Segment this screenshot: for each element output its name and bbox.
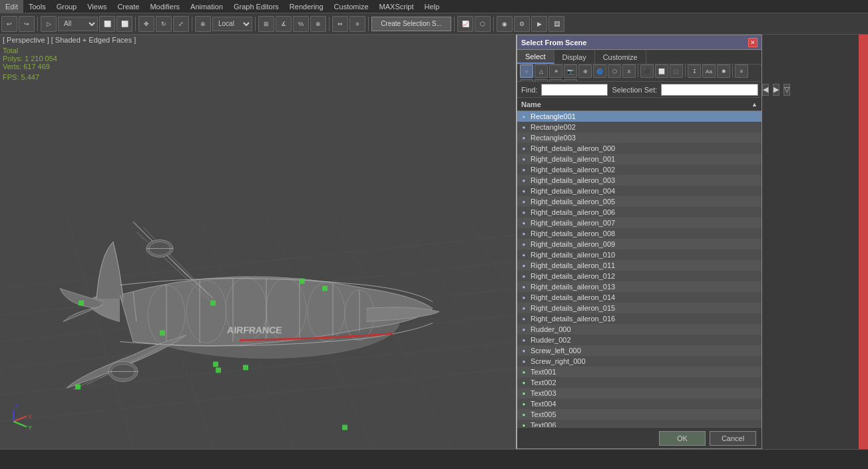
- dlg-list-types-btn[interactable]: ≡: [735, 65, 748, 78]
- list-item-icon: ●: [520, 219, 528, 227]
- list-item-icon: ●: [520, 304, 528, 312]
- sep6: [368, 17, 369, 31]
- menu-edit[interactable]: Edit: [0, 0, 23, 13]
- menu-graph-editors[interactable]: Graph Editors: [228, 0, 284, 13]
- schematic-btn[interactable]: ⬡: [475, 16, 491, 32]
- list-item[interactable]: ●Rectangle001: [517, 111, 761, 122]
- list-item[interactable]: ●Screw_left_000: [517, 345, 761, 356]
- menu-customize[interactable]: Customize: [329, 0, 374, 13]
- find-prev-btn[interactable]: ◀: [762, 84, 769, 96]
- list-item[interactable]: ●Right_details_aileron_011: [517, 260, 761, 271]
- scale-btn[interactable]: ⤢: [173, 16, 189, 32]
- list-item[interactable]: ●Right_details_aileron_004: [517, 186, 761, 196]
- list-item[interactable]: ●Text003: [517, 388, 761, 398]
- dlg-lights-btn[interactable]: ☀: [549, 65, 562, 78]
- list-item[interactable]: ●Rectangle003: [517, 132, 761, 143]
- snap-btn[interactable]: ⊞: [258, 16, 274, 32]
- list-item[interactable]: ●Screw_right_000: [517, 356, 761, 367]
- dlg-use-wildcard-btn[interactable]: ✱: [717, 65, 730, 78]
- render-btn[interactable]: ▶: [531, 16, 547, 32]
- percent-snap-btn[interactable]: %: [293, 16, 309, 32]
- list-item[interactable]: ●Right_details_aileron_001: [517, 154, 761, 164]
- curve-editor-btn[interactable]: 📈: [457, 16, 473, 32]
- dlg-case-sensitive-btn[interactable]: Aa: [702, 65, 716, 78]
- list-item[interactable]: ●Right_details_aileron_008: [517, 228, 761, 239]
- list-item[interactable]: ●Right_details_aileron_007: [517, 218, 761, 228]
- list-item[interactable]: ●Rudder_002: [517, 335, 761, 345]
- dlg-sel-none-btn[interactable]: ⬜: [655, 65, 668, 78]
- select-btn[interactable]: ▷: [41, 16, 57, 32]
- find-input[interactable]: [541, 84, 608, 96]
- undo-btn[interactable]: ↩: [1, 16, 17, 32]
- list-item[interactable]: ●Text005: [517, 409, 761, 420]
- list-item[interactable]: ●Right_details_aileron_014: [517, 292, 761, 303]
- dlg-groups-btn[interactable]: ⬡: [608, 65, 621, 78]
- render-setup-btn[interactable]: ⚙: [514, 16, 530, 32]
- tab-select[interactable]: Select: [517, 50, 554, 64]
- align-btn[interactable]: ≡: [349, 16, 365, 32]
- dlg-shapes-btn[interactable]: △: [535, 65, 548, 78]
- material-btn[interactable]: ◉: [497, 16, 513, 32]
- list-item[interactable]: ●Rectangle002: [517, 122, 761, 132]
- list-item[interactable]: ●Rudder_000: [517, 324, 761, 335]
- dlg-sel-all-btn[interactable]: ⬛: [640, 65, 654, 78]
- tab-display[interactable]: Display: [554, 50, 595, 64]
- ok-button[interactable]: OK: [659, 431, 706, 446]
- list-item[interactable]: ●Right_details_aileron_003: [517, 175, 761, 186]
- list-item-name: Right_details_aileron_001: [531, 155, 759, 163]
- list-item[interactable]: ●Right_details_aileron_010: [517, 249, 761, 260]
- list-item[interactable]: ●Text001: [517, 367, 761, 377]
- dlg-sel-invert-btn[interactable]: ⬚: [670, 65, 683, 78]
- dlg-xrefs-btn[interactable]: X: [622, 65, 636, 78]
- dlg-helpers-btn[interactable]: ⊕: [578, 65, 592, 78]
- list-item[interactable]: ●Right_details_aileron_006: [517, 207, 761, 218]
- menu-help[interactable]: Help: [419, 0, 445, 13]
- tab-customize[interactable]: Customize: [595, 50, 646, 64]
- menu-maxscript[interactable]: MAXScript: [374, 0, 419, 13]
- menu-tools[interactable]: Tools: [23, 0, 51, 13]
- dlg-geometry-btn[interactable]: ○: [520, 65, 533, 78]
- rotate-btn[interactable]: ↻: [156, 16, 172, 32]
- list-item[interactable]: ●Right_details_aileron_009: [517, 239, 761, 249]
- object-list[interactable]: ●Rectangle001●Rectangle002●Rectangle003●…: [517, 111, 761, 427]
- find-options-btn[interactable]: ▽: [783, 84, 790, 96]
- dialog-close-button[interactable]: ✕: [748, 38, 758, 47]
- list-item[interactable]: ●Text006: [517, 420, 761, 427]
- dlg-spacewarps-btn[interactable]: 🌀: [593, 65, 606, 78]
- list-item[interactable]: ●Right_details_aileron_013: [517, 281, 761, 292]
- menu-create[interactable]: Create: [112, 0, 144, 13]
- list-item[interactable]: ●Right_details_aileron_012: [517, 271, 761, 281]
- list-item[interactable]: ●Text002: [517, 377, 761, 388]
- create-selection-btn[interactable]: Create Selection S...: [371, 17, 451, 31]
- list-item[interactable]: ●Right_details_aileron_002: [517, 164, 761, 175]
- selection-set-input[interactable]: [661, 84, 758, 96]
- menu-rendering[interactable]: Rendering: [284, 0, 329, 13]
- redo-btn[interactable]: ↪: [19, 16, 35, 32]
- menu-views[interactable]: Views: [82, 0, 112, 13]
- filter-dropdown[interactable]: All: [58, 17, 98, 31]
- dlg-cameras-btn[interactable]: 📷: [564, 65, 577, 78]
- viewport-3d[interactable]: AIRFRANCE X Y Z: [0, 35, 516, 449]
- move-btn[interactable]: ✥: [138, 16, 154, 32]
- list-item[interactable]: ●Right_details_aileron_000: [517, 143, 761, 154]
- cancel-button[interactable]: Cancel: [710, 431, 756, 446]
- select-region-btn[interactable]: ⬜: [99, 16, 115, 32]
- list-item[interactable]: ●Text004: [517, 398, 761, 409]
- menu-group[interactable]: Group: [51, 0, 83, 13]
- spinner-snap-btn[interactable]: ⊕: [310, 16, 326, 32]
- window-crossing-btn[interactable]: ⬜: [116, 16, 132, 32]
- angle-snap-btn[interactable]: ∡: [276, 16, 292, 32]
- select-center-btn[interactable]: ⊕: [195, 16, 211, 32]
- dlg-display-subtree-btn[interactable]: ↧: [688, 65, 701, 78]
- list-item[interactable]: ●Right_details_aileron_016: [517, 313, 761, 324]
- list-item[interactable]: ●Right_details_aileron_015: [517, 303, 761, 313]
- list-header-sort-arrow[interactable]: ▲: [752, 101, 758, 108]
- menu-modifiers[interactable]: Modifiers: [144, 0, 185, 13]
- render-frame-btn[interactable]: 🖼: [548, 16, 564, 32]
- list-item-name: Right_details_aileron_016: [531, 315, 759, 323]
- menu-animation[interactable]: Animation: [185, 0, 228, 13]
- list-item[interactable]: ●Right_details_aileron_005: [517, 196, 761, 207]
- mirror-btn[interactable]: ⇔: [332, 16, 348, 32]
- find-next-btn[interactable]: ▶: [773, 84, 779, 96]
- coord-dropdown[interactable]: Local: [212, 17, 252, 31]
